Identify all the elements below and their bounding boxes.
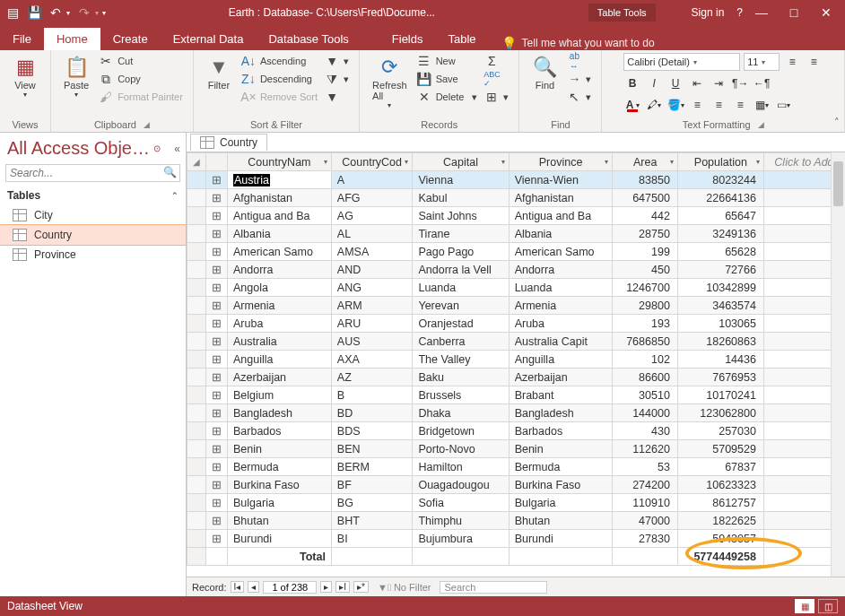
row-selector[interactable]: [187, 476, 206, 494]
tab-database-tools[interactable]: Database Tools: [256, 28, 361, 50]
object-tab-country[interactable]: Country: [190, 134, 267, 151]
cell[interactable]: 7686850: [613, 333, 677, 351]
cell[interactable]: 274200: [613, 476, 677, 494]
cell[interactable]: Burundi: [228, 530, 332, 548]
ascending-button[interactable]: A↓Ascending: [239, 53, 320, 69]
cell[interactable]: 10623323: [677, 476, 763, 494]
table-row[interactable]: ⊞BhutanBHTThimphuBhutan470001822625: [187, 512, 845, 530]
cell[interactable]: Burkina Faso: [509, 476, 613, 494]
cell[interactable]: Oranjestad: [413, 315, 509, 333]
cell[interactable]: The Valley: [413, 351, 509, 369]
cell[interactable]: 257030: [677, 422, 763, 440]
nav-search[interactable]: 🔍: [5, 164, 180, 182]
tab-external-data[interactable]: External Data: [161, 28, 257, 50]
cell[interactable]: 5943057: [677, 530, 763, 548]
column-header[interactable]: CountryNam▾: [228, 153, 332, 171]
cell[interactable]: 199: [613, 243, 677, 261]
datasheet[interactable]: ◢CountryNam▾CountryCod▾Capital▾Province▾…: [187, 152, 845, 577]
record-position-input[interactable]: [263, 581, 317, 594]
cell[interactable]: 27830: [613, 530, 677, 548]
cell[interactable]: 86600: [613, 369, 677, 386]
cell[interactable]: Bermuda: [509, 458, 613, 476]
copy-button[interactable]: ⧉Copy: [96, 71, 186, 87]
first-record-button[interactable]: I◂: [231, 581, 245, 593]
increase-indent-button[interactable]: ⇥: [710, 74, 727, 92]
cell[interactable]: ARM: [331, 297, 413, 315]
column-header[interactable]: Population▾: [677, 153, 763, 171]
row-selector[interactable]: [187, 207, 206, 225]
table-row[interactable]: ⊞Antigua and BaAGSaint JohnsAntigua and …: [187, 207, 845, 225]
cell[interactable]: Brussels: [413, 386, 509, 404]
expand-button[interactable]: ⊞: [206, 494, 228, 512]
cell[interactable]: Saint Johns: [413, 207, 509, 225]
new-record-nav-button[interactable]: ▸*: [353, 581, 369, 593]
cell[interactable]: Andorra: [228, 261, 332, 279]
cell[interactable]: 29800: [613, 297, 677, 315]
cell[interactable]: AXA: [331, 351, 413, 369]
nav-group-tables[interactable]: Tables ⌃: [0, 184, 186, 205]
cell[interactable]: AUS: [331, 333, 413, 351]
cell[interactable]: 123062800: [677, 404, 763, 422]
tell-me-box[interactable]: 💡 Tell me what you want to do: [489, 36, 655, 50]
table-row[interactable]: ⊞BurundiBIBujumburaBurundi278305943057: [187, 530, 845, 548]
table-row[interactable]: ⊞ArmeniaARMYerevanArmenia298003463574: [187, 297, 845, 315]
cell[interactable]: Tirane: [413, 225, 509, 243]
cell[interactable]: Bulgaria: [509, 494, 613, 512]
cell[interactable]: Baku: [413, 369, 509, 386]
cell[interactable]: 102: [613, 351, 677, 369]
cell[interactable]: 3463574: [677, 297, 763, 315]
table-row[interactable]: ⊞BermudaBERMHamiltonBermuda5367837: [187, 458, 845, 476]
cell[interactable]: Armenia: [228, 297, 332, 315]
font-family-combo[interactable]: Calibri (Detail)▾: [623, 53, 740, 71]
cell[interactable]: Azerbaijan: [228, 369, 332, 386]
bold-button[interactable]: B: [623, 74, 641, 92]
cell[interactable]: 53: [613, 458, 677, 476]
shutter-bar-icon[interactable]: «: [174, 143, 180, 155]
expand-button[interactable]: ⊞: [206, 189, 228, 207]
cell[interactable]: Aruba: [509, 315, 613, 333]
cell[interactable]: 83850: [613, 171, 677, 189]
expand-button[interactable]: ⊞: [206, 315, 228, 333]
cell[interactable]: Armenia: [509, 297, 613, 315]
cell[interactable]: 22664136: [677, 189, 763, 207]
nav-item-province[interactable]: Province: [0, 245, 186, 265]
expand-button[interactable]: ⊞: [206, 422, 228, 440]
nav-pane-header[interactable]: All Access Obje… ⊙ «: [0, 133, 186, 162]
table-row[interactable]: ⊞AzerbaijanAZBakuAzerbaijan866007676953: [187, 369, 845, 386]
cell[interactable]: Aruba: [228, 315, 332, 333]
cell[interactable]: AZ: [331, 369, 413, 386]
cell[interactable]: Barbados: [228, 422, 332, 440]
cell[interactable]: Antigua and Ba: [228, 207, 332, 225]
cell[interactable]: Brabant: [509, 386, 613, 404]
highlight-button[interactable]: 🖍▾: [645, 96, 663, 114]
cell[interactable]: Luanda: [509, 279, 613, 297]
cell[interactable]: Afghanistan: [509, 189, 613, 207]
align-left-button[interactable]: ≡: [688, 96, 706, 114]
bullets-button[interactable]: ≡: [783, 53, 801, 71]
select-button[interactable]: ↖▾: [564, 89, 594, 105]
tab-table[interactable]: Table: [436, 28, 489, 50]
tab-home[interactable]: Home: [44, 28, 100, 50]
cell[interactable]: Anguilla: [228, 351, 332, 369]
table-row[interactable]: ⊞AfghanistanAFGKabulAfghanistan647500226…: [187, 189, 845, 207]
row-selector[interactable]: [187, 494, 206, 512]
cell[interactable]: 3249136: [677, 225, 763, 243]
table-row[interactable]: ⊞BarbadosBDSBridgetownBarbados430257030: [187, 422, 845, 440]
cell[interactable]: Azerbaijan: [509, 369, 613, 386]
expand-button[interactable]: ⊞: [206, 512, 228, 530]
cell[interactable]: Porto-Novo: [413, 440, 509, 458]
row-selector[interactable]: [187, 297, 206, 315]
cell[interactable]: 144000: [613, 404, 677, 422]
cell[interactable]: Bhutan: [509, 512, 613, 530]
cell[interactable]: Bangladesh: [228, 404, 332, 422]
vertical-scrollbar[interactable]: [831, 152, 845, 577]
cell[interactable]: 67837: [677, 458, 763, 476]
descending-button[interactable]: Z↓Descending: [239, 71, 320, 87]
cell[interactable]: Burundi: [509, 530, 613, 548]
cell[interactable]: Canberra: [413, 333, 509, 351]
cell[interactable]: Antigua and Ba: [509, 207, 613, 225]
cell[interactable]: AFG: [331, 189, 413, 207]
row-selector[interactable]: [187, 171, 206, 189]
collapse-ribbon-icon[interactable]: ˄: [834, 117, 840, 128]
table-row[interactable]: ⊞Burkina FasoBFOuagadougouBurkina Faso27…: [187, 476, 845, 494]
